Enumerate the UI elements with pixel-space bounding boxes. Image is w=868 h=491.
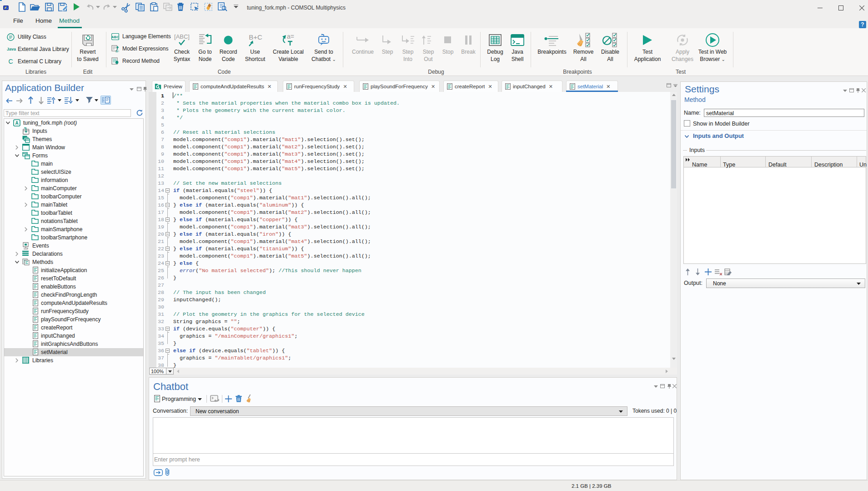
svg-text:a=: a= — [287, 33, 294, 40]
svg-text:a=: a= — [115, 49, 119, 53]
svg-text:B+C: B+C — [249, 33, 262, 41]
svg-text:A: A — [15, 121, 18, 126]
svg-text:ABC: ABC — [111, 35, 119, 39]
